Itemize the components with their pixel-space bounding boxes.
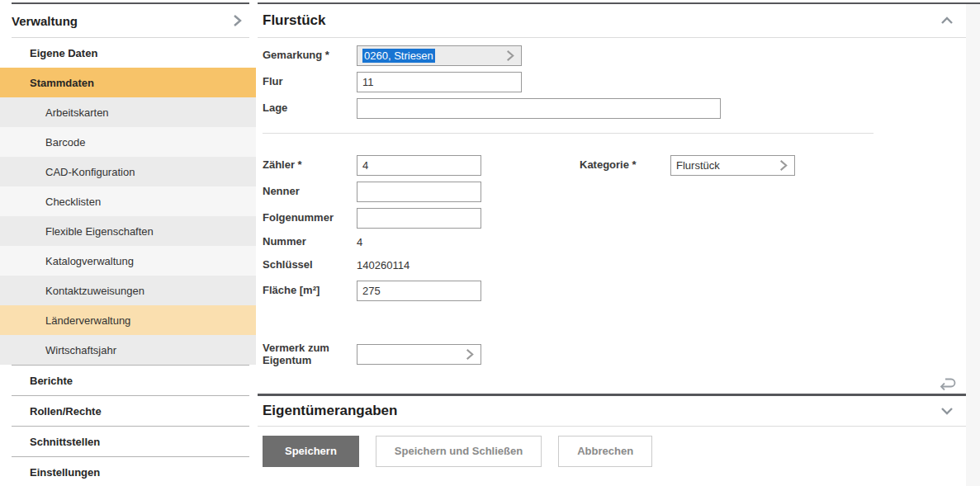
- folgenummer-input[interactable]: [357, 208, 481, 229]
- sidebar-item-label: Rollen/Rechte: [30, 405, 102, 418]
- flur-label: Flur: [263, 76, 357, 88]
- chevron-up-icon[interactable]: [938, 13, 956, 28]
- lage-input[interactable]: [357, 98, 721, 119]
- sidebar-item-wirtschaftsjahr[interactable]: Wirtschaftsjahr: [0, 335, 256, 365]
- kategorie-label: Kategorie *: [580, 159, 670, 172]
- vermerk-picker[interactable]: [357, 344, 481, 365]
- sidebar-item-checklisten[interactable]: Checklisten: [0, 186, 256, 216]
- sidebar-item-label: Katalogverwaltung: [45, 255, 134, 267]
- nummer-value: 4: [357, 236, 362, 248]
- sidebar-item-cad-konfiguration[interactable]: CAD-Konfiguration: [0, 157, 256, 186]
- sidebar-item-einstellungen[interactable]: Einstellungen: [0, 457, 256, 486]
- chevron-right-icon: [463, 348, 476, 361]
- main-panel: Flurstück Gemarkung * 0260, Striesen Flu…: [258, 4, 966, 467]
- sidebar: Verwaltung Eigene Daten Stammdaten Arbei…: [0, 0, 256, 486]
- section-title-eigentuemerangaben: Eigentümerangaben: [263, 403, 397, 419]
- schluessel-label: Schlüssel: [263, 259, 357, 271]
- sidebar-title: Verwaltung: [12, 14, 78, 28]
- section-header-flurstueck: Flurstück: [258, 4, 966, 38]
- chevron-right-icon[interactable]: [230, 13, 244, 28]
- form-divider: [263, 133, 873, 134]
- sidebar-item-label: Schnittstellen: [30, 436, 100, 448]
- zaehler-input[interactable]: [357, 155, 481, 176]
- chevron-right-icon: [777, 159, 789, 172]
- sidebar-item-barcode[interactable]: Barcode: [0, 127, 256, 157]
- sidebar-item-rollen-rechte[interactable]: Rollen/Rechte: [0, 396, 256, 426]
- sidebar-item-label: Stammdaten: [30, 77, 94, 89]
- sidebar-item-schnittstellen[interactable]: Schnittstellen: [0, 427, 256, 456]
- schluessel-value: 140260114: [357, 259, 410, 271]
- gemarkung-value: 0260, Striesen: [362, 49, 435, 63]
- gemarkung-label: Gemarkung *: [263, 50, 357, 62]
- chevron-down-icon[interactable]: [938, 403, 956, 418]
- gemarkung-picker[interactable]: 0260, Striesen: [357, 45, 522, 66]
- sidebar-item-label: Eigene Daten: [30, 47, 97, 59]
- section-eigentuemerangaben: Eigentümerangaben: [258, 394, 966, 427]
- sidebar-item-berichte[interactable]: Berichte: [0, 366, 256, 395]
- nenner-input[interactable]: [357, 182, 481, 202]
- save-and-close-button[interactable]: Speichern und Schließen: [376, 436, 542, 467]
- sidebar-item-stammdaten[interactable]: Stammdaten: [0, 68, 256, 97]
- save-button[interactable]: Speichern: [263, 436, 359, 467]
- lage-label: Lage: [263, 102, 357, 115]
- chevron-right-icon: [504, 50, 516, 62]
- section-header-eigentuemerangaben: Eigentümerangaben: [258, 396, 966, 427]
- sidebar-header[interactable]: Verwaltung: [12, 4, 249, 38]
- flurstueck-form: Gemarkung * 0260, Striesen Flur Lage Zäh…: [258, 38, 966, 394]
- sidebar-inner: Verwaltung: [12, 2, 249, 38]
- zaehler-label: Zähler *: [263, 159, 357, 172]
- sidebar-item-label: Wirtschaftsjahr: [45, 344, 116, 356]
- sidebar-item-kontaktzuweisungen[interactable]: Kontaktzuweisungen: [0, 276, 256, 305]
- sidebar-item-label: CAD-Konfiguration: [45, 166, 135, 178]
- flaeche-input[interactable]: [357, 281, 481, 301]
- folgenummer-label: Folgenummer: [263, 212, 357, 224]
- sidebar-item-label: Länderverwaltung: [45, 314, 130, 327]
- nummer-label: Nummer: [263, 236, 357, 248]
- sidebar-item-label: Kontaktzuweisungen: [45, 285, 144, 297]
- sidebar-item-katalogverwaltung[interactable]: Katalogverwaltung: [0, 246, 256, 276]
- nenner-label: Nenner: [263, 186, 357, 198]
- flaeche-label: Fläche [m²]: [263, 285, 357, 297]
- vermerk-label: Vermerk zum Eigentum: [263, 342, 357, 367]
- cancel-button[interactable]: Abbrechen: [558, 436, 652, 467]
- kategorie-value: Flurstück: [676, 159, 720, 172]
- sidebar-item-label: Checklisten: [45, 196, 101, 208]
- sidebar-item-flexible-eigenschaften[interactable]: Flexible Eigenschaften: [0, 216, 256, 246]
- sidebar-item-label: Flexible Eigenschaften: [45, 225, 154, 238]
- app-window: Verwaltung Eigene Daten Stammdaten Arbei…: [0, 0, 980, 486]
- undo-icon[interactable]: [938, 375, 958, 392]
- sidebar-item-label: Berichte: [30, 375, 73, 387]
- right-gutter: [966, 4, 980, 486]
- sidebar-item-laenderverwaltung[interactable]: Länderverwaltung: [0, 305, 256, 335]
- sidebar-item-label: Einstellungen: [30, 466, 100, 479]
- kategorie-picker[interactable]: Flurstück: [670, 155, 795, 176]
- sidebar-item-label: Arbeitskarten: [45, 106, 109, 119]
- footer-actions: Speichern Speichern und Schließen Abbrec…: [258, 427, 966, 467]
- flur-input[interactable]: [357, 72, 522, 92]
- sidebar-item-label: Barcode: [45, 136, 85, 149]
- section-title-flurstueck: Flurstück: [263, 12, 326, 29]
- sidebar-item-eigene-daten[interactable]: Eigene Daten: [0, 38, 256, 68]
- sidebar-item-arbeitskarten[interactable]: Arbeitskarten: [0, 97, 256, 127]
